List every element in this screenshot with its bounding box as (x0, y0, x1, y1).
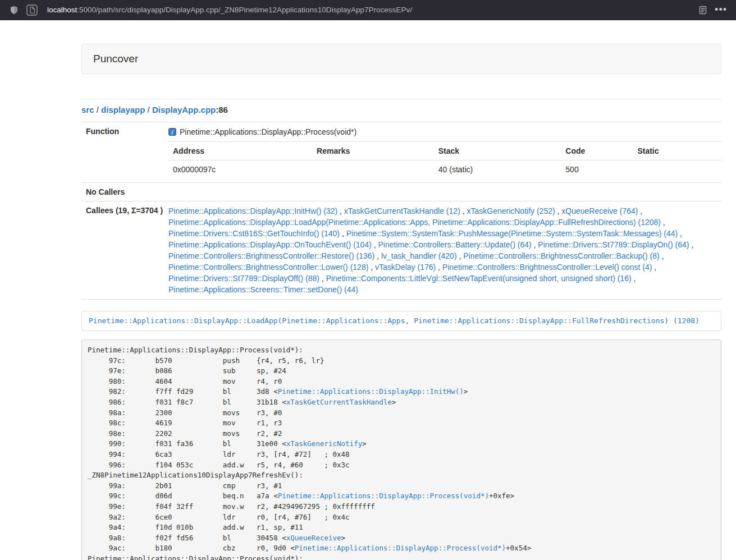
browser-toolbar: localhost:5000/path/src/displayapp/Displ… (0, 0, 736, 20)
address-value: 0x0000097c (168, 160, 312, 179)
code-text: 996: f104 053c add.w r5, r4, #60 ; 0x3c (88, 461, 350, 469)
callee-separator: , (319, 274, 326, 283)
function-stats-table: Address Remarks Stack Code Static 0x0000… (168, 141, 721, 178)
callee-link[interactable]: xTaskGenericNotify (252) (467, 206, 555, 215)
callee-separator: , (652, 263, 656, 272)
column-header-remarks: Remarks (312, 142, 434, 160)
page-container: Puncover src / displayapp / DisplayApp.c… (81, 44, 721, 560)
callee-separator: , (374, 251, 381, 260)
callee-link[interactable]: xQueueReceive (764) (561, 206, 638, 215)
callee-separator: , (460, 206, 467, 215)
callee-link[interactable]: Pinetime::Drivers::Cst816S::GetTouchInfo… (168, 229, 340, 238)
row-header-no-callers: No Callers (81, 183, 168, 201)
code-text: 99a: 2b01 cmp r3, #1 (88, 481, 282, 490)
selected-callee-link[interactable]: Pinetime::Applications::DisplayApp::Load… (89, 316, 700, 325)
page-identity-icon[interactable] (22, 2, 42, 18)
callee-link[interactable]: Pinetime::Components::LittleVgl::SetNewT… (326, 274, 632, 283)
code-symbol-link[interactable]: xTaskGenericNotify (286, 439, 362, 448)
no-callers-row: No Callers (81, 183, 721, 201)
callee-link[interactable]: Pinetime::Controllers::BrightnessControl… (463, 251, 659, 260)
code-block: Pinetime::Applications::DisplayApp::Proc… (81, 339, 721, 560)
callee-link[interactable]: Pinetime::Controllers::BrightnessControl… (168, 251, 374, 260)
column-header-static: Static (633, 142, 721, 160)
function-row: Function ƒ Pinetime::Applications::Displ… (81, 122, 721, 183)
callee-link[interactable]: Pinetime::Applications::DisplayApp::Init… (168, 206, 337, 215)
callee-separator: , (689, 240, 694, 249)
callee-link[interactable]: Pinetime::Applications::Screens::Timer::… (168, 285, 358, 294)
page-title-panel: Puncover (81, 44, 721, 74)
code-symbol-link[interactable]: Pinetime::Applications::DisplayApp::Proc… (295, 544, 506, 552)
code-text: +0xfe> (489, 492, 514, 500)
callee-separator: , (337, 206, 344, 215)
breadcrumb-link[interactable]: displayapp (101, 105, 145, 114)
code-text: Pinetime::Applications::DisplayApp::Proc… (88, 554, 303, 560)
divider (81, 99, 721, 99)
row-header-function: Function (81, 122, 168, 183)
no-callers-empty-cell (168, 183, 721, 201)
column-header-address: Address (168, 142, 312, 160)
callee-link[interactable]: Pinetime::Applications::DisplayApp::Load… (168, 218, 661, 227)
code-text: > (362, 439, 367, 448)
callee-link[interactable]: Pinetime::Controllers::Battery::Update()… (378, 240, 532, 249)
callee-separator: , (555, 206, 562, 215)
stats-header-row: Address Remarks Stack Code Static (168, 142, 721, 160)
code-text: 9ac: b180 cbz r0, 9d0 < (88, 544, 295, 552)
code-text: 994: 6ca3 ldr r3, [r4, #72] ; 0x48 (88, 450, 350, 458)
code-symbol-link[interactable]: xTaskGetCurrentTaskHandle (286, 398, 392, 406)
callee-link[interactable]: Pinetime::Drivers::St7789::DisplayOff() … (168, 274, 319, 283)
breadcrumb-link[interactable]: src (81, 105, 94, 114)
url-bar[interactable]: localhost:5000/path/src/displayapp/Displ… (47, 6, 689, 14)
callee-link[interactable]: Pinetime::Controllers::BrightnessControl… (442, 263, 652, 272)
column-header-stack: Stack (434, 142, 561, 160)
stats-value-row: 0x0000097c 40 (static) 500 (168, 160, 721, 179)
code-text: +0x54> (506, 544, 531, 552)
callee-link[interactable]: Pinetime::System::SystemTask::PushMessag… (346, 229, 678, 238)
breadcrumb-line-number: :86 (216, 105, 228, 114)
callee-link[interactable]: Pinetime::Controllers::BrightnessControl… (168, 263, 368, 272)
code-text: Pinetime::Applications::DisplayApp::Proc… (88, 346, 303, 354)
code-symbol-link[interactable]: Pinetime::Applications::DisplayApp::Proc… (278, 492, 489, 500)
code-text: 9a8: f02f fd56 bl 30458 < (88, 534, 286, 542)
callee-link[interactable]: xTaskGetCurrentTaskHandle (12) (344, 206, 460, 215)
function-name: Pinetime::Applications::DisplayApp::Proc… (180, 127, 356, 136)
reader-view-icon[interactable] (694, 2, 711, 18)
remarks-value (312, 160, 434, 179)
breadcrumb: src / displayapp / DisplayApp.cpp:86 (81, 105, 721, 114)
stack-value: 40 (static) (434, 160, 561, 179)
breadcrumb-separator: / (94, 105, 102, 114)
function-table: Function ƒ Pinetime::Applications::Displ… (81, 122, 721, 300)
code-text: 98e: 2202 movs r2, #2 (88, 429, 282, 438)
breadcrumb-link[interactable]: DisplayApp.cpp (152, 105, 216, 114)
breadcrumb-separator: / (145, 105, 152, 114)
callee-separator: , (661, 218, 665, 227)
code-text: > (392, 398, 396, 406)
code-text: > (464, 387, 468, 396)
callee-separator: , (372, 240, 378, 249)
tracking-protection-shield-icon[interactable] (6, 2, 22, 18)
callee-link[interactable]: lv_task_handler (420) (381, 251, 457, 260)
callees-list: Pinetime::Applications::DisplayApp::Init… (168, 201, 721, 300)
callee-link[interactable]: Pinetime::Drivers::St7789::DisplayOn() (… (538, 240, 689, 249)
row-header-callees: Callees (19, Σ=3704 ) (81, 201, 168, 300)
selected-callee-panel: Pinetime::Applications::DisplayApp::Load… (81, 311, 721, 331)
callee-link[interactable]: Pinetime::Applications::DisplayApp::OnTo… (168, 240, 372, 249)
callee-separator: , (638, 206, 642, 215)
code-symbol-link[interactable]: Pinetime::Applications::DisplayApp::Init… (278, 387, 464, 396)
code-text: 990: f031 fa36 bl 31e00 < (88, 439, 286, 448)
callee-separator: , (436, 263, 442, 272)
callee-separator: , (660, 251, 664, 260)
callee-separator: , (457, 251, 464, 260)
code-text: _ZN8Pinetime12Applications10DisplayApp7R… (88, 471, 303, 479)
code-text: 98a: 2300 movs r3, #0 (88, 408, 282, 417)
code-symbol-link[interactable]: xQueueReceive (286, 534, 341, 542)
code-text: 9a4: f10d 010b add.w r1, sp, #11 (88, 523, 303, 531)
page-title: Puncover (93, 53, 138, 65)
callees-row: Callees (19, Σ=3704 ) Pinetime::Applicat… (81, 201, 721, 300)
more-options-icon[interactable]: ••• (711, 4, 730, 16)
callee-separator: , (368, 263, 375, 272)
callee-link[interactable]: vTaskDelay (176) (375, 263, 436, 272)
code-text: > (341, 534, 346, 542)
svg-text:ƒ: ƒ (171, 129, 174, 135)
code-text: 97c: b570 push {r4, r5, r6, lr} (88, 356, 324, 365)
url-path: :5000/path/src/displayapp/DisplayApp.cpp… (77, 6, 412, 14)
